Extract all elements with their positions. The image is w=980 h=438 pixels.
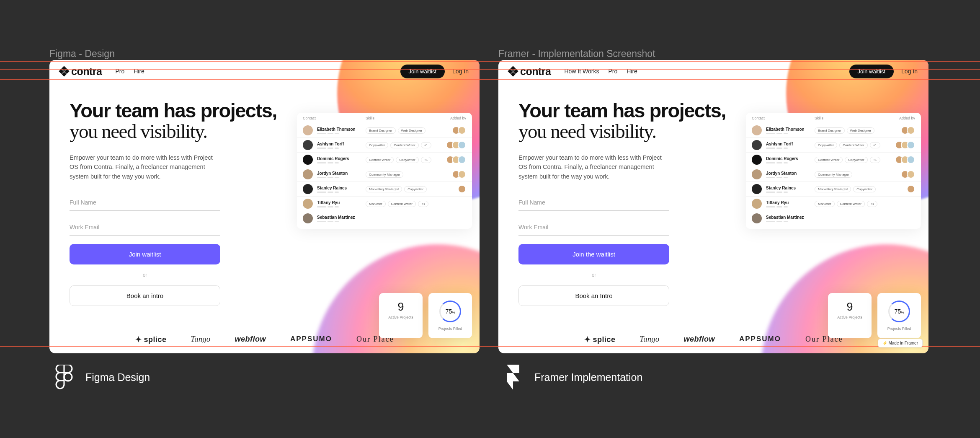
brand-logo[interactable]: contra xyxy=(509,65,551,78)
skills-cell: Community Manager xyxy=(815,171,882,178)
table-row[interactable]: Jordyn StantonCommunity Manager xyxy=(746,167,921,181)
book-intro-button[interactable]: Book an Intro xyxy=(518,285,669,306)
platform-framer: Framer Implementation xyxy=(503,365,642,390)
skills-cell: CopywriterContent Writer+1 xyxy=(815,142,882,148)
table-row[interactable]: Sebastian Martinez xyxy=(746,211,921,225)
fullname-input[interactable] xyxy=(70,194,220,211)
table-row[interactable]: Stanley RainesMarketing StrategistCopywr… xyxy=(297,181,472,196)
join-waitlist-button[interactable]: Join waitlist xyxy=(849,65,894,78)
progress-ring: 75% xyxy=(888,301,910,322)
logo-tango: Tango xyxy=(191,335,211,344)
platform-figma: Figma Design xyxy=(54,365,150,390)
table-row[interactable]: Ashlynn TorffCopywriterContent Writer+1 xyxy=(746,137,921,152)
book-intro-button[interactable]: Book an intro xyxy=(70,285,220,306)
waitlist-form: Join the waitlist or Book an Intro xyxy=(518,194,669,306)
contacts-card: Contact Skills Added by Elizabeth Thomso… xyxy=(297,113,472,229)
table-row[interactable]: Elizabeth ThomsonBrand DesignerWeb Desig… xyxy=(297,123,472,137)
waitlist-form: Join waitlist or Book an intro xyxy=(70,194,220,306)
fullname-input[interactable] xyxy=(518,194,669,211)
table-row[interactable]: Elizabeth ThomsonBrand DesignerWeb Desig… xyxy=(746,123,921,137)
contact-name: Tiffany Ryu xyxy=(317,200,340,205)
avatar xyxy=(907,170,915,179)
avatar xyxy=(907,126,915,135)
skill-pill: Copywriter xyxy=(815,142,837,148)
hero-desc: Empower your team to do more with less w… xyxy=(70,153,220,181)
join-waitlist-button[interactable]: Join waitlist xyxy=(400,65,445,78)
avatar xyxy=(303,213,313,223)
skill-pill: Content Writer xyxy=(388,201,416,207)
skill-pill: Copywriter xyxy=(853,186,876,192)
hero-title-line1: Your team has projects, xyxy=(518,99,726,122)
added-by-cell xyxy=(882,126,915,135)
label-framer-impl: Framer - Implementation Screenshot xyxy=(498,48,655,60)
email-input[interactable] xyxy=(70,219,220,236)
table-row[interactable]: Ashlynn TorffCopywriterContent Writer+1 xyxy=(297,137,472,152)
skill-pill: Copywriter xyxy=(845,157,867,163)
logo-splice: splice xyxy=(135,335,167,344)
table-row[interactable]: Dominic RogersContent WriterCopywriter+1 xyxy=(297,152,472,167)
skills-cell: Content WriterCopywriter+1 xyxy=(366,157,433,163)
contact-name: Sebastian Martinez xyxy=(317,215,355,220)
table-row[interactable]: Stanley RainesMarketing StrategistCopywr… xyxy=(746,181,921,196)
avatar xyxy=(907,185,915,193)
skill-pill: Web Designer xyxy=(847,127,875,134)
avatar xyxy=(752,213,762,223)
nav-right: Join waitlist Log In xyxy=(400,65,469,78)
svg-point-0 xyxy=(64,373,72,381)
contact-meter xyxy=(317,133,356,134)
logo-webflow: webflow xyxy=(235,335,266,344)
alignment-guideline xyxy=(0,69,980,70)
join-waitlist-cta[interactable]: Join waitlist xyxy=(70,244,220,264)
added-by-cell xyxy=(882,170,915,179)
avatar xyxy=(303,199,313,209)
logo-splice: splice xyxy=(584,335,616,344)
avatar xyxy=(303,140,313,150)
brand-text: contra xyxy=(520,65,551,78)
skill-pill: Community Manager xyxy=(815,171,852,178)
table-row[interactable]: Tiffany RyuMarketerContent Writer+1 xyxy=(297,196,472,211)
active-projects-card: 9 Active Projects xyxy=(828,293,872,338)
active-projects-label: Active Projects xyxy=(387,315,414,319)
table-row[interactable]: Jordyn StantonCommunity Manager xyxy=(297,167,472,181)
skill-pill: Content Writer xyxy=(366,157,394,163)
alignment-guideline xyxy=(0,61,980,62)
alignment-guideline xyxy=(0,105,980,105)
or-divider: or xyxy=(70,272,220,278)
contact-meter xyxy=(766,192,796,193)
table-row[interactable]: Sebastian Martinez xyxy=(297,211,472,225)
table-row[interactable]: Tiffany RyuMarketerContent Writer+1 xyxy=(746,196,921,211)
skill-pill: Content Writer xyxy=(815,157,843,163)
active-projects-label: Active Projects xyxy=(836,315,863,319)
logo-appsumo: APPSUMO xyxy=(739,335,781,344)
email-input[interactable] xyxy=(518,219,669,236)
skills-cell: Marketing StrategistCopywriter xyxy=(366,186,433,192)
avatar xyxy=(752,155,762,165)
contra-logo-icon xyxy=(508,66,518,76)
avatar xyxy=(303,184,313,194)
logo-webflow: webflow xyxy=(683,335,715,344)
skill-pill: Content Writer xyxy=(390,142,418,148)
skills-cell: Content WriterCopywriter+1 xyxy=(815,157,882,163)
hero-title: Your team has projects, you need visibil… xyxy=(70,100,279,142)
contacts-header: Contact Skills Added by xyxy=(746,113,921,123)
table-row[interactable]: Dominic RogersContent WriterCopywriter+1 xyxy=(746,152,921,167)
added-by-cell xyxy=(433,185,466,193)
skill-pill: Content Writer xyxy=(837,201,865,207)
skill-pill: +1 xyxy=(421,142,431,148)
avatar xyxy=(752,125,762,135)
join-waitlist-cta[interactable]: Join the waitlist xyxy=(518,244,669,264)
nav-right: Join waitlist Log In xyxy=(849,65,918,78)
skill-pill: Copywriter xyxy=(404,186,427,192)
progress-pct: 75% xyxy=(446,308,455,315)
alignment-guideline xyxy=(0,346,980,347)
made-in-framer-badge[interactable]: ⚡ Made in Framer xyxy=(878,339,923,347)
skill-pill: Brand Designer xyxy=(815,127,845,134)
contact-meter xyxy=(317,206,340,207)
contact-name: Ashlynn Torff xyxy=(317,142,344,146)
col-added: Added by xyxy=(882,116,915,120)
avatar xyxy=(907,156,915,164)
col-skills: Skills xyxy=(366,116,433,120)
brand-logo[interactable]: contra xyxy=(60,65,102,78)
avatar xyxy=(752,140,762,150)
hero: Your team has projects, you need visibil… xyxy=(70,100,279,306)
